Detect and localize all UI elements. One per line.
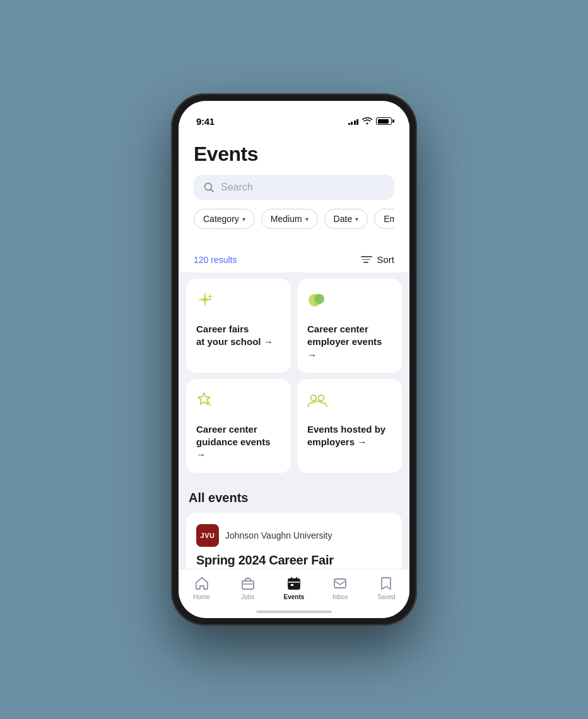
chevron-down-icon: ▾ bbox=[305, 216, 309, 223]
nav-home-label: Home bbox=[193, 593, 210, 600]
svg-point-4 bbox=[319, 395, 324, 400]
filter-employer[interactable]: Emplo ▾ bbox=[374, 209, 394, 229]
search-placeholder: Search bbox=[221, 182, 253, 193]
nav-jobs-label: Jobs bbox=[241, 593, 254, 600]
nav-inbox[interactable]: Inbox bbox=[321, 576, 359, 600]
chat-icon bbox=[307, 290, 392, 310]
card-career-fairs-label: Career fairsat your school → bbox=[196, 323, 281, 349]
phone-screen: 9:41 bbox=[179, 101, 409, 618]
org-logo: JVU bbox=[196, 524, 219, 547]
svg-rect-5 bbox=[242, 581, 254, 589]
star-icon bbox=[196, 390, 281, 411]
card-events-hosted-label: Events hosted byemployers → bbox=[307, 423, 392, 449]
nav-jobs[interactable]: Jobs bbox=[229, 576, 267, 600]
svg-point-3 bbox=[311, 395, 317, 400]
event-title: Spring 2024 Career Fair bbox=[196, 553, 392, 568]
results-count: 120 results bbox=[194, 255, 237, 265]
svg-rect-7 bbox=[288, 579, 300, 589]
filter-medium[interactable]: Medium ▾ bbox=[261, 209, 318, 229]
nav-home[interactable]: Home bbox=[183, 576, 221, 600]
filter-row: Category ▾ Medium ▾ Date ▾ Emplo ▾ bbox=[194, 209, 394, 231]
jobs-icon bbox=[240, 576, 256, 591]
org-name: Johnson Vaughn University bbox=[225, 530, 332, 541]
phone-frame: 9:41 bbox=[171, 93, 417, 626]
card-events-hosted[interactable]: Events hosted byemployers → bbox=[297, 379, 402, 473]
svg-point-2 bbox=[314, 294, 324, 304]
home-icon bbox=[194, 576, 209, 591]
nav-inbox-label: Inbox bbox=[332, 593, 348, 600]
search-bar[interactable]: Search bbox=[194, 175, 394, 200]
content-area: Events Search Category ▾ M bbox=[179, 132, 409, 569]
filter-date[interactable]: Date ▾ bbox=[324, 209, 368, 229]
wifi-icon bbox=[362, 117, 372, 126]
event-card[interactable]: JVU Johnson Vaughn University Spring 202… bbox=[186, 513, 402, 570]
chevron-down-icon: ▾ bbox=[242, 216, 245, 223]
chevron-down-icon: ▾ bbox=[355, 216, 358, 223]
card-career-center-employer-label: Career centeremployer events → bbox=[307, 323, 392, 361]
event-org-row: JVU Johnson Vaughn University bbox=[196, 524, 392, 547]
results-row: 120 results Sort bbox=[179, 244, 409, 272]
events-icon bbox=[286, 576, 302, 591]
people-icon bbox=[307, 390, 392, 411]
all-events-title: All events bbox=[186, 491, 402, 505]
battery-icon bbox=[376, 117, 392, 125]
inbox-icon bbox=[332, 576, 348, 591]
filter-category[interactable]: Category ▾ bbox=[194, 209, 255, 229]
cards-section: Career fairsat your school → Career cent… bbox=[179, 272, 409, 479]
search-icon bbox=[204, 182, 215, 193]
sort-icon bbox=[361, 256, 372, 263]
filter-date-label: Date bbox=[334, 214, 353, 224]
sort-button[interactable]: Sort bbox=[361, 254, 394, 265]
card-career-fairs[interactable]: Career fairsat your school → bbox=[186, 279, 291, 373]
all-events-section: All events JVU Johnson Vaughn University… bbox=[179, 479, 409, 570]
card-career-center-employer[interactable]: Career centeremployer events → bbox=[297, 279, 402, 373]
signal-icon bbox=[348, 117, 359, 125]
cards-grid: Career fairsat your school → Career cent… bbox=[186, 279, 402, 473]
nav-saved[interactable]: Saved bbox=[367, 576, 405, 600]
header: Events Search Category ▾ M bbox=[179, 132, 409, 244]
nav-saved-label: Saved bbox=[377, 593, 395, 600]
status-icons bbox=[348, 117, 392, 126]
sort-label: Sort bbox=[377, 254, 394, 265]
card-career-center-guidance-label: Career centerguidance events → bbox=[196, 423, 281, 462]
svg-rect-12 bbox=[334, 579, 346, 588]
status-bar: 9:41 bbox=[179, 101, 409, 132]
filter-employer-label: Emplo bbox=[384, 214, 394, 224]
card-career-center-guidance[interactable]: Career centerguidance events → bbox=[186, 379, 291, 473]
saved-icon bbox=[379, 576, 394, 591]
nav-events[interactable]: Events bbox=[275, 576, 313, 600]
filter-medium-label: Medium bbox=[271, 214, 302, 224]
nav-events-label: Events bbox=[284, 593, 305, 600]
page-title: Events bbox=[194, 143, 394, 166]
home-indicator bbox=[256, 611, 332, 613]
status-time: 9:41 bbox=[196, 116, 215, 127]
filter-category-label: Category bbox=[203, 214, 239, 224]
sparkle-icon bbox=[196, 290, 281, 310]
svg-rect-11 bbox=[291, 584, 293, 586]
